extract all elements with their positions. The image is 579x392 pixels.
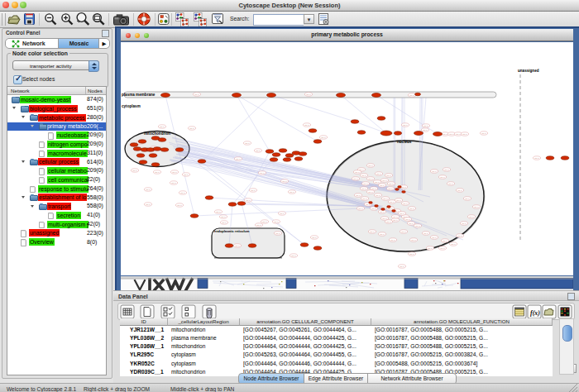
svg-text:lab el: lab el (251, 189, 256, 192)
svg-text:lab el: lab el (189, 127, 194, 130)
svg-text:lab el: lab el (290, 191, 294, 194)
svg-text:lab el: lab el (304, 124, 309, 127)
svg-text:lab el: lab el (146, 189, 151, 191)
svg-text:lab el: lab el (275, 232, 280, 235)
svg-text:lab el: lab el (371, 208, 376, 210)
svg-text:lab el: lab el (383, 198, 388, 200)
svg-text:lab el: lab el (356, 194, 361, 197)
svg-text:lab el: lab el (405, 218, 410, 221)
svg-text:lab el: lab el (457, 235, 462, 237)
svg-text:lab el: lab el (380, 211, 385, 213)
svg-text:lab el: lab el (423, 125, 428, 127)
svg-text:lab el: lab el (415, 225, 420, 227)
svg-text:lab el: lab el (256, 224, 261, 227)
svg-text:lab el: lab el (359, 169, 364, 171)
svg-text:lab el: lab el (282, 180, 287, 183)
svg-text:lab el: lab el (457, 189, 462, 192)
svg-text:lab el: lab el (443, 133, 447, 136)
svg-text:lab el: lab el (361, 188, 366, 190)
svg-text:lab el: lab el (155, 171, 160, 174)
svg-text:lab el: lab el (451, 243, 456, 246)
svg-text:lab el: lab el (262, 221, 267, 223)
svg-text:lab el: lab el (216, 211, 221, 213)
svg-text:lab el: lab el (382, 218, 387, 220)
svg-text:lab el: lab el (393, 216, 398, 218)
svg-text:lab el: lab el (390, 239, 395, 241)
svg-text:lab el: lab el (245, 142, 250, 145)
svg-text:lab el: lab el (432, 237, 437, 239)
svg-text:lab el: lab el (440, 247, 445, 250)
svg-text:lab el: lab el (306, 93, 311, 96)
svg-text:unassigned: unassigned (518, 69, 539, 73)
svg-text:lab el: lab el (409, 94, 414, 97)
svg-text:lab el: lab el (380, 184, 385, 187)
svg-text:lab el: lab el (428, 247, 433, 250)
svg-text:lab el: lab el (390, 201, 395, 203)
svg-text:lab el: lab el (400, 213, 404, 215)
svg-text:lab el: lab el (362, 198, 367, 200)
svg-text:lab el: lab el (368, 178, 373, 180)
svg-text:lab el: lab el (312, 237, 317, 239)
svg-text:lab el: lab el (423, 232, 428, 235)
svg-text:lab el: lab el (469, 216, 474, 218)
svg-text:lab el: lab el (403, 124, 408, 127)
svg-text:lab el: lab el (409, 208, 414, 210)
svg-text:lab el: lab el (382, 179, 387, 182)
svg-text:lab el: lab el (465, 198, 470, 200)
svg-text:lab el: lab el (380, 233, 385, 236)
svg-text:lab el: lab el (180, 192, 185, 194)
svg-text:lab el: lab el (481, 132, 486, 135)
svg-text:lab el: lab el (355, 171, 360, 174)
svg-text:lab el: lab el (411, 239, 416, 241)
svg-text:lab el: lab el (386, 221, 391, 223)
svg-text:lab el: lab el (222, 222, 227, 224)
svg-text:lab el: lab el (376, 194, 380, 197)
svg-text:lab el: lab el (534, 157, 539, 160)
svg-text:lab el: lab el (291, 255, 296, 257)
svg-text:lab el: lab el (440, 176, 445, 179)
svg-text:lab el: lab el (280, 213, 285, 215)
svg-text:lab el: lab el (393, 219, 398, 222)
svg-text:mitochondrion: mitochondrion (144, 131, 170, 136)
svg-text:plasma membrane: plasma membrane (122, 93, 156, 97)
svg-text:lab el: lab el (171, 182, 176, 184)
svg-text:lab el: lab el (160, 126, 165, 128)
svg-text:cytoplasm: cytoplasm (122, 104, 141, 108)
svg-text:lab el: lab el (370, 231, 375, 233)
svg-text:lab el: lab el (474, 206, 479, 208)
svg-text:lab el: lab el (375, 181, 380, 184)
svg-text:lab el: lab el (194, 93, 199, 96)
svg-text:lab el: lab el (235, 245, 240, 247)
svg-text:lab el: lab el (443, 240, 447, 242)
svg-text:lab el: lab el (462, 222, 467, 225)
svg-text:lab el: lab el (409, 222, 414, 225)
svg-text:lab el: lab el (361, 174, 366, 177)
svg-text:lab el: lab el (236, 158, 241, 160)
svg-text:lab el: lab el (132, 170, 137, 172)
svg-text:lab el: lab el (184, 174, 189, 176)
svg-text:lab el: lab el (386, 174, 391, 177)
svg-text:lab el: lab el (246, 199, 251, 202)
svg-text:lab el: lab el (409, 253, 414, 256)
svg-text:lab el: lab el (260, 172, 265, 174)
svg-text:lab el: lab el (363, 183, 368, 185)
svg-text:lab el: lab el (172, 171, 177, 174)
svg-text:lab el: lab el (371, 188, 376, 190)
svg-text:lab el: lab el (432, 170, 437, 173)
svg-text:lab el: lab el (403, 203, 408, 205)
svg-text:lab el: lab el (274, 221, 279, 223)
svg-text:lab el: lab el (401, 186, 406, 189)
svg-text:f(x): f(x) (530, 309, 540, 317)
svg-text:lab el: lab el (388, 188, 393, 190)
svg-text:lab el: lab el (396, 199, 401, 202)
svg-text:lab el: lab el (376, 173, 381, 175)
svg-text:lab el: lab el (177, 204, 182, 207)
svg-text:lab el: lab el (321, 136, 326, 139)
svg-text:lab el: lab el (456, 133, 461, 136)
svg-text:lab el: lab el (401, 231, 406, 233)
svg-text:lab el: lab el (256, 150, 261, 152)
svg-text:lab el: lab el (400, 265, 404, 268)
svg-text:lab el: lab el (146, 203, 151, 206)
svg-text:nucleus: nucleus (397, 140, 412, 144)
svg-text:lab el: lab el (449, 133, 454, 136)
